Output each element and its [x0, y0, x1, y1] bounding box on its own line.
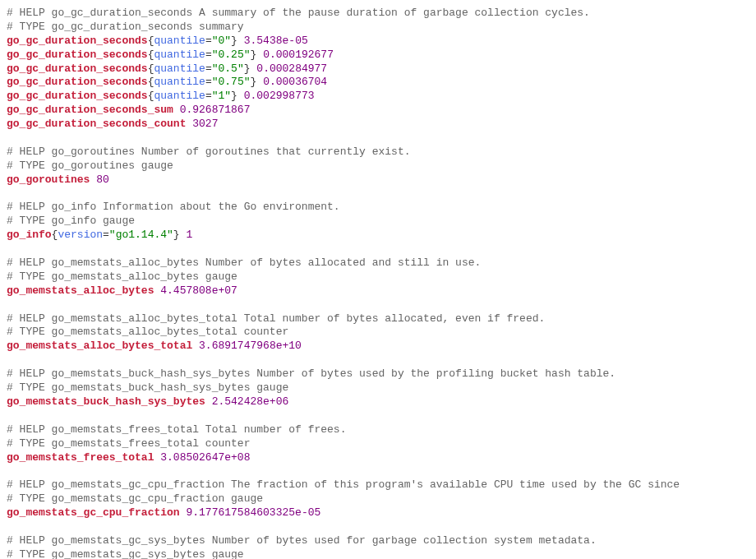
metric-name: go_memstats_frees_total [7, 451, 154, 464]
metric-name: go_gc_duration_seconds [7, 76, 148, 88]
close-brace: } [173, 229, 180, 241]
metrics-line: # HELP go_info Information about the Go … [7, 201, 749, 215]
metrics-line: # HELP go_memstats_gc_cpu_fraction The f… [7, 478, 749, 492]
label-eq: = [205, 62, 212, 75]
metrics-line: # TYPE go_gc_duration_seconds summary [7, 21, 749, 35]
label-eq: = [103, 229, 109, 241]
blank-line [7, 298, 749, 312]
metrics-line: # TYPE go_memstats_gc_sys_bytes gauge [7, 548, 749, 559]
label-eq: = [205, 35, 212, 47]
comment-text: # HELP go_goroutines Number of goroutine… [7, 146, 410, 158]
metrics-line: go_gc_duration_seconds{quantile="0"} 3.5… [7, 35, 749, 49]
comment-text: # HELP go_memstats_alloc_bytes_total Tot… [7, 312, 545, 325]
metrics-output: # HELP go_gc_duration_seconds A summary … [7, 7, 749, 559]
blank-line [7, 243, 749, 256]
metric-name: go_gc_duration_seconds [7, 62, 148, 75]
label-val: "0.25" [212, 49, 251, 61]
metrics-line: # HELP go_memstats_gc_sys_bytes Number o… [7, 534, 749, 548]
metrics-line: go_goroutines 80 [7, 173, 749, 187]
metric-name: go_memstats_alloc_bytes_total [7, 340, 192, 352]
metrics-line: go_gc_duration_seconds{quantile="0.5"} 0… [7, 62, 749, 76]
comment-text: # HELP go_gc_duration_seconds A summary … [7, 7, 590, 19]
metric-value: 3.6891747968e+10 [199, 340, 302, 352]
comment-text: # HELP go_memstats_gc_sys_bytes Number o… [7, 534, 597, 547]
close-brace: } [244, 62, 251, 75]
metric-value: 2.542428e+06 [212, 395, 289, 408]
metrics-line: # TYPE go_memstats_alloc_bytes_total cou… [7, 326, 749, 340]
metric-name: go_gc_duration_seconds_sum [7, 104, 173, 116]
comment-text: # TYPE go_memstats_gc_cpu_fraction gauge [7, 492, 263, 505]
metrics-line: go_info{version="go1.14.4"} 1 [7, 229, 749, 243]
blank-line [7, 464, 749, 478]
label-key: quantile [154, 35, 205, 47]
metrics-line: # HELP go_goroutines Number of goroutine… [7, 146, 749, 159]
comment-text: # TYPE go_memstats_buck_hash_sys_bytes g… [7, 381, 288, 394]
blank-line [7, 353, 749, 367]
metrics-line: go_gc_duration_seconds{quantile="1"} 0.0… [7, 90, 749, 104]
comment-text: # TYPE go_info gauge [7, 215, 135, 227]
label-eq: = [205, 76, 212, 88]
metric-value: 0.926871867 [180, 104, 251, 116]
metric-value: 0.002998773 [244, 90, 315, 102]
metric-name: go_memstats_gc_cpu_fraction [7, 506, 180, 519]
metric-value: 80 [96, 173, 109, 186]
comment-text: # TYPE go_memstats_alloc_bytes gauge [7, 270, 237, 283]
metric-name: go_gc_duration_seconds [7, 49, 148, 61]
metric-name: go_info [7, 229, 52, 241]
blank-line [7, 520, 749, 534]
metric-value: 0.000192677 [263, 49, 334, 61]
comment-text: # TYPE go_memstats_gc_sys_bytes gauge [7, 548, 244, 559]
close-brace: } [251, 76, 257, 88]
metrics-line: go_gc_duration_seconds{quantile="0.75"} … [7, 76, 749, 90]
metrics-line: # TYPE go_goroutines gauge [7, 159, 749, 173]
metrics-line: go_gc_duration_seconds_sum 0.926871867 [7, 104, 749, 118]
close-brace: } [231, 35, 237, 47]
blank-line [7, 132, 749, 146]
close-brace: } [231, 90, 237, 102]
metric-value: 9.177617584603325e-05 [186, 506, 320, 519]
metrics-line: # TYPE go_info gauge [7, 215, 749, 229]
metrics-line: # TYPE go_memstats_buck_hash_sys_bytes g… [7, 381, 749, 395]
comment-text: # HELP go_memstats_frees_total Total num… [7, 423, 346, 436]
metrics-line: go_memstats_alloc_bytes_total 3.68917479… [7, 340, 749, 353]
label-val: "0.75" [212, 76, 251, 88]
metric-value: 3027 [192, 118, 218, 130]
label-key: quantile [154, 90, 205, 102]
comment-text: # HELP go_info Information about the Go … [7, 201, 340, 213]
metric-value: 0.00036704 [263, 76, 327, 88]
comment-text: # TYPE go_memstats_frees_total counter [7, 437, 250, 450]
metric-value: 1 [186, 229, 192, 241]
metric-name: go_memstats_buck_hash_sys_bytes [7, 395, 205, 408]
comment-text: # TYPE go_memstats_alloc_bytes_total cou… [7, 326, 288, 338]
metrics-line: go_memstats_alloc_bytes 4.457808e+07 [7, 284, 749, 298]
label-val: "0.5" [212, 62, 244, 75]
metrics-line: # TYPE go_memstats_gc_cpu_fraction gauge [7, 492, 749, 506]
label-key: quantile [154, 49, 205, 61]
metric-value: 4.457808e+07 [160, 284, 237, 297]
metric-value: 0.000284977 [256, 62, 327, 75]
metrics-line: # HELP go_memstats_alloc_bytes Number of… [7, 256, 749, 270]
label-key: version [58, 229, 103, 241]
metrics-line: go_memstats_buck_hash_sys_bytes 2.542428… [7, 395, 749, 409]
comment-text: # HELP go_memstats_alloc_bytes Number of… [7, 256, 481, 269]
label-key: quantile [154, 76, 205, 88]
metrics-line: # HELP go_gc_duration_seconds A summary … [7, 7, 749, 21]
comment-text: # TYPE go_goroutines gauge [7, 159, 173, 172]
metrics-line: go_memstats_gc_cpu_fraction 9.1776175846… [7, 506, 749, 520]
metric-name: go_gc_duration_seconds [7, 35, 148, 47]
metric-value: 3.5438e-05 [244, 35, 308, 47]
metrics-line: go_gc_duration_seconds_count 3027 [7, 118, 749, 132]
metric-name: go_goroutines [7, 173, 90, 186]
metric-name: go_memstats_alloc_bytes [7, 284, 154, 297]
comment-text: # TYPE go_gc_duration_seconds summary [7, 21, 244, 33]
label-val: "go1.14.4" [109, 229, 173, 241]
label-val: "1" [212, 90, 231, 102]
metrics-line: go_memstats_frees_total 3.08502647e+08 [7, 451, 749, 465]
label-key: quantile [154, 62, 205, 75]
comment-text: # HELP go_memstats_gc_cpu_fraction The f… [7, 478, 680, 491]
metrics-line: # HELP go_memstats_frees_total Total num… [7, 423, 749, 437]
metric-value: 3.08502647e+08 [160, 451, 250, 464]
metric-name: go_gc_duration_seconds_count [7, 118, 186, 130]
metrics-line: go_gc_duration_seconds{quantile="0.25"} … [7, 49, 749, 62]
label-eq: = [205, 49, 212, 61]
